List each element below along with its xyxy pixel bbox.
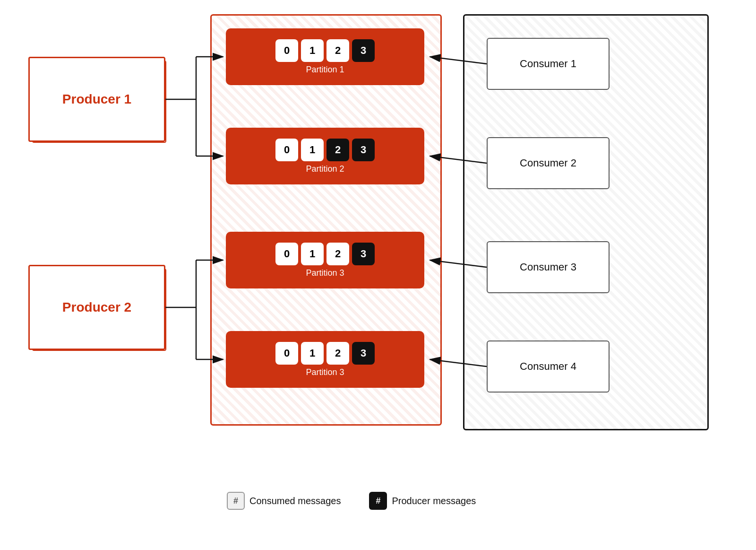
- diagram-container: Producer 1 Producer 2 0 1 2 3 Partition …: [0, 0, 756, 550]
- p4-num-1: 1: [301, 342, 324, 365]
- partition-1-label: Partition 1: [306, 65, 344, 75]
- consumer-4-label: Consumer 4: [520, 360, 576, 373]
- legend-consumed-label: Consumed messages: [249, 496, 341, 506]
- partition-3-label: Partition 3: [306, 268, 344, 278]
- consumer-2-label: Consumer 2: [520, 157, 576, 169]
- producer-1-box: Producer 1: [28, 57, 165, 142]
- legend: # Consumed messages # Producer messages: [227, 492, 476, 510]
- consumer-4-box: Consumer 4: [487, 340, 610, 393]
- partition-1-bar: 0 1 2 3 Partition 1: [226, 28, 424, 85]
- p4-num-2: 2: [326, 342, 349, 365]
- consumer-3-box: Consumer 3: [487, 241, 610, 293]
- legend-consumed-symbol: #: [233, 496, 238, 506]
- legend-producer-symbol: #: [376, 496, 380, 506]
- partition-3-numbers: 0 1 2 3: [275, 243, 375, 265]
- p1-num-1: 1: [301, 39, 324, 62]
- legend-producer: # Producer messages: [369, 492, 476, 510]
- p3-num-1: 1: [301, 243, 324, 265]
- p1-num-2: 2: [326, 39, 349, 62]
- p2-num-2: 2: [326, 139, 349, 161]
- consumer-1-box: Consumer 1: [487, 38, 610, 90]
- legend-producer-icon: #: [369, 492, 387, 510]
- p4-num-0: 0: [275, 342, 298, 365]
- consumer-1-label: Consumer 1: [520, 58, 576, 70]
- partition-4-numbers: 0 1 2 3: [275, 342, 375, 365]
- p1-num-3: 3: [352, 39, 375, 62]
- legend-consumed: # Consumed messages: [227, 492, 341, 510]
- producer-2-label: Producer 2: [62, 300, 131, 315]
- legend-producer-label: Producer messages: [392, 496, 476, 506]
- partition-2-numbers: 0 1 2 3: [275, 139, 375, 161]
- p3-num-0: 0: [275, 243, 298, 265]
- partition-4-bar: 0 1 2 3 Partition 3: [226, 331, 424, 388]
- p2-num-1: 1: [301, 139, 324, 161]
- partition-1-numbers: 0 1 2 3: [275, 39, 375, 62]
- partition-4-label: Partition 3: [306, 367, 344, 377]
- producer-1-label: Producer 1: [62, 92, 131, 107]
- p2-num-0: 0: [275, 139, 298, 161]
- partition-2-bar: 0 1 2 3 Partition 2: [226, 128, 424, 184]
- p2-num-3: 3: [352, 139, 375, 161]
- partition-3-bar: 0 1 2 3 Partition 3: [226, 232, 424, 288]
- p3-num-2: 2: [326, 243, 349, 265]
- partition-2-label: Partition 2: [306, 164, 344, 174]
- legend-consumed-icon: #: [227, 492, 245, 510]
- consumer-3-label: Consumer 3: [520, 261, 576, 273]
- p3-num-3: 3: [352, 243, 375, 265]
- p4-num-3: 3: [352, 342, 375, 365]
- consumer-2-box: Consumer 2: [487, 137, 610, 189]
- producer-2-box: Producer 2: [28, 265, 165, 350]
- p1-num-0: 0: [275, 39, 298, 62]
